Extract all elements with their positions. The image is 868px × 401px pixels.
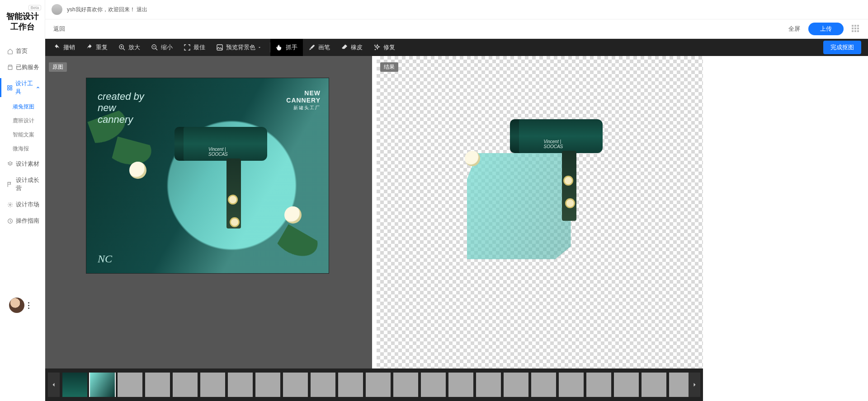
- fit-icon: [184, 44, 191, 51]
- beta-badge: Beta: [28, 5, 42, 10]
- fullscreen-button[interactable]: 全屏: [788, 25, 800, 33]
- nav-sub-miniposter[interactable]: 微海报: [0, 142, 45, 156]
- tool-brush[interactable]: 画笔: [303, 39, 335, 56]
- thumbnail-empty[interactable]: [614, 373, 639, 397]
- strip-right-blank: [703, 368, 868, 401]
- home-icon: [7, 48, 13, 54]
- svg-rect-2: [8, 88, 9, 90]
- result-label: 结果: [380, 62, 398, 72]
- greeting: ysh我好喜欢你，欢迎回来！ 退出: [67, 6, 147, 14]
- thumbnail-empty[interactable]: [586, 373, 611, 397]
- image-icon: [216, 44, 223, 51]
- tool-undo[interactable]: 撤销: [48, 39, 80, 56]
- thumbnail-empty[interactable]: [448, 373, 473, 397]
- nav-purchased[interactable]: 已购服务: [0, 59, 45, 75]
- rose-decor: [284, 206, 302, 224]
- image-brand: NEWCANNERY 新罐头工厂: [286, 89, 321, 111]
- thumbnail-empty[interactable]: [283, 373, 308, 397]
- tool-eraser[interactable]: 橡皮: [335, 39, 368, 56]
- tool-redo[interactable]: 重复: [80, 39, 113, 56]
- thumbnail-empty[interactable]: [173, 373, 198, 397]
- finish-bar: 完成抠图: [703, 39, 868, 56]
- bag-icon: [7, 64, 13, 70]
- original-label: 原图: [49, 62, 67, 72]
- logo: Beta 智能设计 工作台: [0, 0, 45, 31]
- gear-icon: [7, 201, 13, 208]
- nav: 首页 已购服务 设计工具 顽兔抠图 鹿班设计 智能文案 微海报 设计素材 设计成…: [0, 43, 45, 229]
- thumbnail-empty[interactable]: [393, 373, 418, 397]
- image-signature: NC: [98, 253, 112, 265]
- svg-rect-8: [217, 45, 222, 50]
- app-title-line2: 工作台: [0, 22, 45, 32]
- nav-camp[interactable]: 设计成长营: [0, 172, 45, 196]
- thumbnail-empty[interactable]: [669, 373, 689, 397]
- avatar-small[interactable]: [52, 4, 62, 15]
- tool-bg-preview[interactable]: 预览背景色: [211, 39, 270, 56]
- tool-repair[interactable]: 修复: [368, 39, 401, 56]
- thumbnail-empty[interactable]: [642, 373, 666, 397]
- nav-guide[interactable]: 操作指南: [0, 213, 45, 229]
- tool-zoom-out[interactable]: 缩小: [146, 39, 178, 56]
- nav-home[interactable]: 首页: [0, 43, 45, 59]
- back-button[interactable]: 返回: [53, 25, 65, 33]
- thumbnail-empty[interactable]: [228, 373, 253, 397]
- result-pane[interactable]: 结果 Vincent | SOOCAS: [377, 56, 703, 368]
- tool-hand[interactable]: 抓手: [270, 39, 303, 56]
- thumbnail-empty[interactable]: [366, 373, 391, 397]
- thumbnail-empty[interactable]: [476, 373, 501, 397]
- nav-assets[interactable]: 设计素材: [0, 156, 45, 172]
- right-panel: [703, 56, 868, 368]
- thumbnail-empty[interactable]: [200, 373, 225, 397]
- nav-sub-smarttxt[interactable]: 智能文案: [0, 128, 45, 142]
- chevron-down-icon: [257, 45, 262, 50]
- chevron-up-icon: [36, 85, 40, 90]
- thumbnail-empty[interactable]: [504, 373, 528, 397]
- thumbnail-empty[interactable]: [338, 373, 363, 397]
- strip-prev[interactable]: [48, 373, 60, 397]
- work-area: 原图 created by new cannery NEWCANNERY 新罐头…: [45, 56, 703, 368]
- thumbnail-selected[interactable]: [90, 373, 115, 397]
- undo-icon: [53, 44, 61, 51]
- nav-design-tools[interactable]: 设计工具: [0, 75, 45, 100]
- thumbnail-empty[interactable]: [255, 373, 280, 397]
- book-icon: [7, 218, 13, 224]
- thumbnail-empty[interactable]: [118, 373, 142, 397]
- upload-button[interactable]: 上传: [808, 23, 844, 35]
- thumbnail-empty[interactable]: [145, 373, 170, 397]
- original-image: created by new cannery NEWCANNERY 新罐头工厂 …: [86, 78, 329, 274]
- flag-icon: [7, 181, 13, 187]
- apps-grid-icon[interactable]: [852, 25, 860, 33]
- thumbnail-empty[interactable]: [531, 373, 556, 397]
- eraser-icon: [341, 44, 348, 51]
- zoom-out-icon: [151, 44, 158, 51]
- finish-cutout-button[interactable]: 完成抠图: [823, 41, 861, 54]
- more-icon: [28, 302, 29, 309]
- thumbnails: [60, 373, 689, 397]
- svg-rect-1: [10, 86, 12, 88]
- svg-point-4: [9, 204, 10, 205]
- avatar: [9, 298, 24, 313]
- logout-link[interactable]: 退出: [137, 6, 147, 13]
- thumbnail-empty[interactable]: [421, 373, 446, 397]
- user-bar: ysh我好喜欢你，欢迎回来！ 退出: [45, 0, 868, 19]
- nav-market[interactable]: 设计市场: [0, 196, 45, 213]
- nav-sub-luban[interactable]: 鹿班设计: [0, 114, 45, 128]
- thumbnail-strip: [45, 368, 703, 401]
- thumbnail[interactable]: [62, 373, 87, 397]
- thumbnail-empty[interactable]: [559, 373, 584, 397]
- magic-icon: [373, 44, 381, 51]
- sidebar-avatar[interactable]: [9, 298, 29, 313]
- nav-sub-wantu[interactable]: 顽兔抠图: [0, 100, 45, 114]
- image-tagline: created by new cannery: [98, 91, 144, 125]
- leaf-decor: [275, 224, 324, 268]
- rose-decor: [465, 151, 480, 166]
- layers-icon: [7, 161, 13, 167]
- strip-next[interactable]: [689, 373, 700, 397]
- rose-decor: [129, 162, 146, 179]
- thumbnail-empty[interactable]: [311, 373, 335, 397]
- svg-rect-0: [8, 86, 9, 88]
- original-pane[interactable]: 原图 created by new cannery NEWCANNERY 新罐头…: [45, 56, 372, 368]
- tool-fit[interactable]: 最佳: [178, 39, 211, 56]
- tool-zoom-in[interactable]: 放大: [113, 39, 146, 56]
- app-title-line1: 智能设计: [0, 12, 45, 21]
